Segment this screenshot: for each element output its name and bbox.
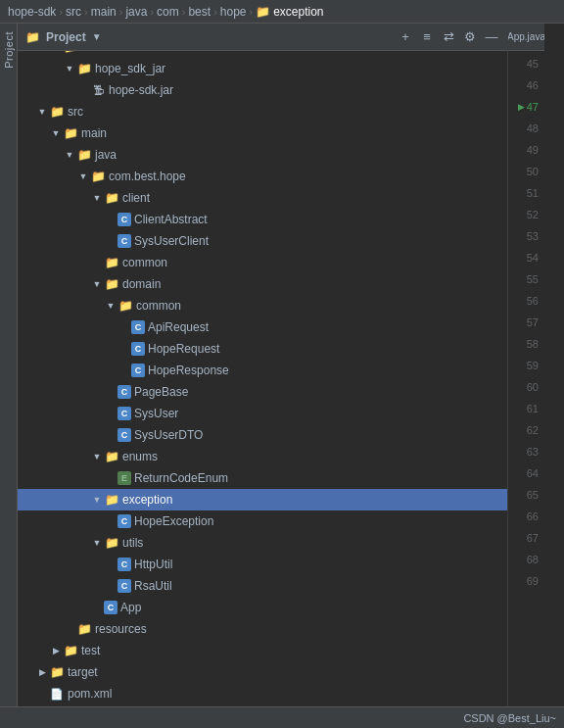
tree-item-sysuserclient[interactable]: CSysUserClient	[18, 230, 507, 252]
project-panel: 📁 Project ▼ + ≡ ⇄ ⚙ — 🗂hope-sdk D:\work\…	[18, 24, 507, 706]
line-number-66: 66	[508, 506, 544, 527]
tree-item-com.best.hope[interactable]: 📁com.best.hope	[18, 166, 507, 187]
breadcrumb-sep-5: ›	[182, 6, 186, 18]
arrow-down-icon	[49, 51, 63, 54]
tree-item-test[interactable]: 📁test	[18, 640, 507, 661]
class-icon: C	[131, 342, 145, 356]
class-icon: C	[104, 601, 118, 614]
arrow-empty	[104, 385, 118, 399]
tree-item-hope-sdk.jar[interactable]: 🗜hope-sdk.jar	[18, 79, 507, 101]
folder-icon: 📁	[118, 298, 133, 314]
tree-item-resources[interactable]: 📁resources	[18, 618, 507, 640]
item-label: utils	[122, 536, 143, 550]
tree-item-common[interactable]: 📁common	[18, 295, 507, 316]
tree-item-httputil[interactable]: CHttpUtil	[18, 554, 507, 575]
arrow-empty	[104, 213, 118, 226]
breadcrumb-sep-2: ›	[84, 6, 88, 18]
tree-item-rsautil[interactable]: CRsaUtil	[18, 575, 507, 597]
file-tree: 🗂hope-sdk D:\work\lxjTest\hope-sdk📁.idea…	[18, 51, 507, 706]
arrow-empty	[118, 364, 131, 377]
tree-item-pom.xml[interactable]: 📄pom.xml	[18, 683, 507, 704]
panel-title: Project	[46, 30, 86, 44]
minimize-icon[interactable]: —	[484, 29, 499, 44]
breadcrumb-sep-6: ›	[213, 6, 217, 18]
tree-item-artifacts[interactable]: 📁artifacts	[18, 51, 507, 58]
editor-tab-label[interactable]: App.java	[508, 24, 544, 51]
tree-item-client[interactable]: 📁client	[18, 187, 507, 209]
tree-item-app[interactable]: CApp	[18, 597, 507, 618]
tree-item-hoperequest[interactable]: CHopeRequest	[18, 338, 507, 360]
line-number-46: 46	[508, 74, 544, 96]
item-label: hope-sdk.jar	[109, 83, 173, 97]
tree-item-exception[interactable]: 📁exception	[18, 489, 507, 510]
class-icon: C	[118, 558, 131, 571]
item-label: client	[122, 191, 150, 205]
vertical-project-tab[interactable]: Project	[0, 24, 18, 706]
tree-item-hopeexception[interactable]: CHopeException	[18, 510, 507, 532]
tree-item-main[interactable]: 📁main	[18, 122, 507, 144]
line-number-55: 55	[508, 268, 544, 290]
swap-icon[interactable]: ⇄	[441, 29, 456, 44]
arrow-down-icon	[90, 493, 104, 507]
breadcrumb-java[interactable]: java	[125, 5, 147, 19]
add-icon[interactable]: +	[398, 29, 413, 44]
tree-item-pagebase[interactable]: CPageBase	[18, 381, 507, 403]
line-numbers-panel: App.java 4546474849505152535455565758596…	[507, 24, 544, 706]
arrow-empty	[104, 428, 118, 442]
arrow-down-icon	[90, 191, 104, 205]
class-icon: C	[131, 364, 145, 377]
breadcrumb-best[interactable]: best	[188, 5, 211, 19]
tree-item-domain[interactable]: 📁domain	[18, 273, 507, 295]
item-label: com.best.hope	[109, 170, 186, 183]
arrow-down-icon	[90, 536, 104, 550]
tree-item-returncodeenum[interactable]: EReturnCodeEnum	[18, 467, 507, 489]
item-label: HopeResponse	[148, 364, 229, 377]
line-number-60: 60	[508, 376, 544, 398]
breadcrumb-sep-7: ›	[250, 6, 254, 18]
breadcrumb-com[interactable]: com	[157, 5, 179, 19]
arrow-right-icon	[35, 665, 49, 679]
panel-dropdown-icon[interactable]: ▼	[92, 31, 102, 42]
tree-item-sysuser[interactable]: CSysUser	[18, 403, 507, 424]
tree-item-enums[interactable]: 📁enums	[18, 446, 507, 467]
breadcrumb-hope[interactable]: hope	[220, 5, 247, 19]
line-number-65: 65	[508, 484, 544, 506]
tree-item-sysuserdto[interactable]: CSysUserDTO	[18, 424, 507, 446]
tree-item-hoperesponse[interactable]: CHopeResponse	[18, 360, 507, 381]
tree-item-apirequest[interactable]: CApiRequest	[18, 316, 507, 338]
tree-item-target[interactable]: 📁target	[18, 661, 507, 683]
tree-item-common[interactable]: 📁common	[18, 252, 507, 273]
line-number-68: 68	[508, 549, 544, 570]
line-number-48: 48	[508, 118, 544, 139]
tree-item-utils[interactable]: 📁utils	[18, 532, 507, 554]
item-label: HopeException	[134, 514, 213, 528]
class-icon: C	[118, 385, 131, 399]
breadcrumb-exception[interactable]: exception	[273, 5, 323, 19]
item-label: HttpUtil	[134, 558, 172, 571]
folder-icon: 📁	[104, 492, 119, 508]
breadcrumb-src[interactable]: src	[66, 5, 81, 19]
tree-item-src[interactable]: 📁src	[18, 101, 507, 122]
tree-item-clientabstract[interactable]: CClientAbstract	[18, 209, 507, 230]
tree-item-hope_sdk_jar[interactable]: 📁hope_sdk_jar	[18, 58, 507, 79]
item-label: common	[136, 299, 181, 313]
item-label: ClientAbstract	[134, 213, 208, 226]
item-label: domain	[122, 277, 161, 291]
arrow-empty	[104, 579, 118, 593]
tree-item-java[interactable]: 📁java	[18, 144, 507, 166]
arrow-empty	[104, 234, 118, 248]
folder-icon: 📁	[104, 255, 119, 270]
item-label: pom.xml	[68, 687, 112, 701]
breadcrumb-exception-folder-icon: 📁	[256, 5, 270, 19]
breadcrumb-hope-sdk[interactable]: hope-sdk	[8, 5, 56, 19]
list-icon[interactable]: ≡	[419, 29, 435, 44]
class-icon: C	[118, 407, 131, 420]
breadcrumb-main[interactable]: main	[91, 5, 117, 19]
item-label: PageBase	[134, 385, 188, 399]
item-label: resources	[95, 622, 147, 636]
jar-icon: 🗜	[90, 82, 106, 98]
breadcrumb-sep-3: ›	[119, 6, 123, 18]
arrow-empty	[104, 471, 118, 485]
settings-icon[interactable]: ⚙	[462, 29, 478, 44]
item-label: target	[68, 665, 98, 679]
